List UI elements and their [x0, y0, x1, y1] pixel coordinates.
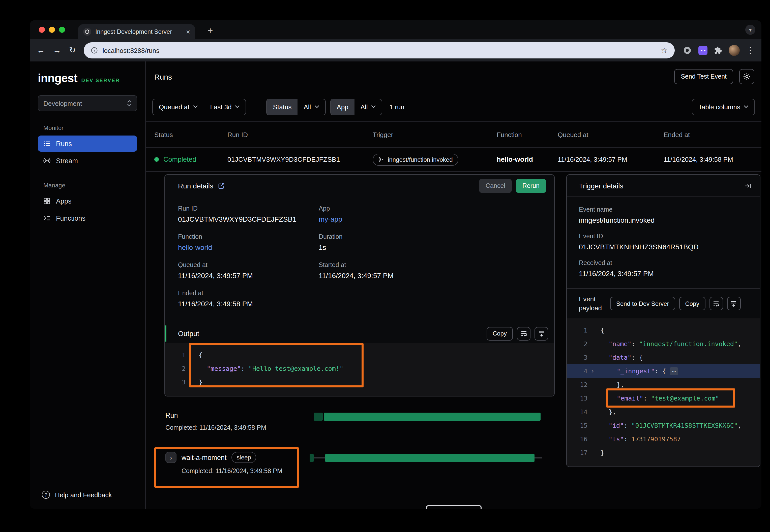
field-label: Started at	[319, 261, 542, 269]
output-copy-button[interactable]: Copy	[487, 327, 513, 340]
profile-avatar[interactable]	[729, 45, 740, 56]
app-filter-value[interactable]: All	[355, 99, 382, 115]
trigger-pill[interactable]: inngest/function.invoked	[373, 153, 458, 165]
status-text: Completed	[163, 156, 197, 163]
table-row[interactable]: Completed 01JCVBTMV3WXY9D3CFDEJFZSB1 inn…	[146, 148, 761, 172]
field-event-id: Event ID 01JCVBTMTKNHNHZ3SN64R51BQD	[579, 233, 748, 251]
code-key: "message"	[207, 365, 241, 372]
line-number: 12	[567, 381, 588, 388]
timeline-queue-segment	[314, 413, 323, 421]
field-value: 01JCVBTMTKNHNHZ3SN64R51BQD	[579, 243, 748, 251]
col-trigger: Trigger	[373, 131, 497, 138]
minimize-window-button[interactable]	[49, 27, 55, 33]
address-bar[interactable]: localhost:8288/runs ☆	[84, 42, 675, 58]
code-token: },	[609, 408, 616, 416]
payload-code-block[interactable]: 1 { 2 "name": "inngest/function.invoked"…	[567, 318, 760, 467]
stream-icon	[43, 157, 51, 165]
inngest-app: inngest DEV SERVER Development Monitor R…	[30, 61, 761, 509]
field-app: App my-app	[319, 205, 542, 223]
code-token: {	[601, 326, 604, 334]
time-range-filter[interactable]: Last 3d	[204, 99, 246, 115]
payload-copy-button[interactable]: Copy	[679, 297, 705, 310]
function-cell: hello-world	[497, 156, 558, 163]
payload-line: 15 "id": "01JCVBTMTKR41S8STTKEXSKX6C",	[567, 419, 760, 432]
app-value-label: All	[361, 103, 368, 111]
extension-icon-purple[interactable]	[698, 46, 708, 55]
status-filter-value[interactable]: All	[298, 99, 325, 115]
timeline-step-row[interactable]: › wait-a-moment sleep Completed: 11/16/2…	[164, 452, 555, 487]
rerun-button[interactable]: Rerun	[516, 179, 546, 193]
code-token: }	[601, 449, 604, 456]
apps-icon	[43, 197, 51, 205]
external-link-icon[interactable]	[218, 182, 225, 189]
close-window-button[interactable]	[39, 27, 45, 33]
settings-gear-button[interactable]	[739, 69, 754, 84]
sidebar-item-functions[interactable]: Functions	[38, 210, 137, 226]
line-number: 2	[567, 340, 588, 348]
timeline-run-row[interactable]: Run Completed: 11/16/2024, 3:49:58 PM	[164, 412, 555, 440]
scroll-to-bottom-icon[interactable]	[534, 327, 548, 340]
sidebar-item-runs[interactable]: Runs	[38, 136, 137, 152]
app-link[interactable]: my-app	[319, 215, 542, 223]
environment-select[interactable]: Development	[38, 95, 137, 111]
code-string: "Hello test@example.com!"	[249, 365, 343, 372]
table-columns-button[interactable]: Table columns	[692, 98, 755, 115]
sidebar-item-apps[interactable]: Apps	[38, 193, 137, 209]
word-wrap-icon[interactable]	[517, 327, 530, 340]
queued-at-cell: 11/16/2024, 3:49:57 PM	[558, 156, 664, 163]
browser-tab[interactable]: Inngest Development Server ×	[78, 24, 195, 39]
expand-chevron-icon[interactable]: ›	[591, 367, 595, 375]
trigger-fields: Event name inngest/function.invoked Even…	[567, 197, 760, 288]
forward-button[interactable]: →	[53, 46, 61, 54]
browser-toolbar: ← → ↻ localhost:8288/runs ☆ ⋮	[30, 39, 761, 61]
cancel-button[interactable]: Cancel	[479, 179, 512, 193]
word-wrap-icon[interactable]	[709, 297, 723, 310]
tab-search-chevron-icon[interactable]: ▾	[745, 25, 755, 35]
send-test-event-button[interactable]: Send Test Event	[674, 69, 733, 84]
inngest-favicon-icon	[83, 28, 91, 36]
select-chevrons-icon	[127, 100, 131, 107]
timeline-run-bar[interactable]	[324, 413, 540, 421]
step-expand-chevron[interactable]: ›	[165, 452, 176, 463]
tab-close-icon[interactable]: ×	[186, 28, 190, 35]
new-tab-button[interactable]: +	[204, 24, 217, 37]
timeline-step-bar[interactable]	[325, 454, 534, 462]
payload-line-collapsed[interactable]: 4 › "_inngest": {⋯	[567, 364, 760, 378]
step-queue-segment	[310, 454, 314, 462]
help-and-feedback[interactable]: ? Help and Feedback	[42, 491, 112, 499]
url-text[interactable]: localhost:8288/runs	[103, 47, 661, 54]
collapsed-ellipsis[interactable]: ⋯	[670, 367, 678, 375]
sidebar-item-stream[interactable]: Stream	[38, 153, 137, 169]
sidebar: inngest DEV SERVER Development Monitor R…	[30, 61, 146, 509]
queued-at-filter[interactable]: Queued at	[153, 99, 204, 115]
code-key: "ts"	[609, 435, 624, 443]
field-value: 01JCVBTMV3WXY9D3CFDEJFZSB1	[178, 215, 319, 223]
reload-button[interactable]: ↻	[69, 46, 76, 54]
step-name: wait-a-moment	[181, 454, 227, 461]
field-value: 1s	[319, 243, 542, 251]
site-info-icon[interactable]	[91, 47, 98, 54]
maximize-window-button[interactable]	[59, 27, 65, 33]
extension-icon[interactable]	[683, 46, 692, 55]
back-button[interactable]: ←	[37, 46, 45, 54]
bookmark-star-icon[interactable]: ☆	[661, 46, 668, 55]
partial-element	[426, 505, 481, 509]
line-number: 17	[567, 449, 588, 456]
field-label: App	[319, 205, 542, 212]
extensions-puzzle-icon[interactable]	[714, 46, 722, 54]
send-to-dev-server-button[interactable]: Send to Dev Server	[610, 297, 675, 310]
code-punct: :	[631, 354, 639, 361]
collapse-panel-icon[interactable]	[744, 182, 752, 189]
browser-menu-icon[interactable]: ⋮	[746, 46, 754, 54]
run-details-column: Run details Cancel Rerun	[164, 174, 555, 487]
details-area: Run details Cancel Rerun	[146, 172, 761, 487]
help-icon: ?	[42, 491, 50, 499]
field-label: Event ID	[579, 233, 748, 240]
chevron-down-icon	[193, 105, 198, 108]
output-code-block[interactable]: 1 { 2 "message": "Hello test@example.com…	[165, 343, 554, 396]
function-link[interactable]: hello-world	[178, 243, 319, 251]
code-punct: :	[631, 340, 639, 348]
scroll-to-bottom-icon[interactable]	[727, 297, 741, 310]
step-connector-line	[314, 457, 325, 458]
code-key: "id"	[609, 422, 624, 429]
